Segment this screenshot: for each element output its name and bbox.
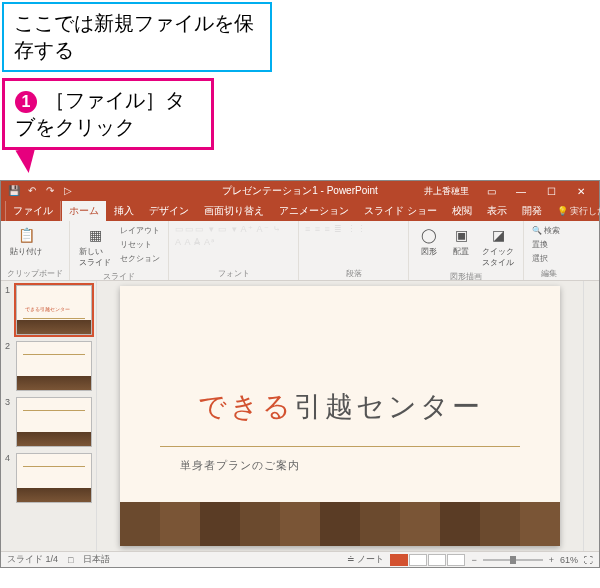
tab-transitions[interactable]: 画面切り替え — [197, 201, 271, 221]
thumb-number: 4 — [5, 453, 13, 503]
zoom-in-button[interactable]: + — [549, 555, 554, 565]
slide-title[interactable]: できる引越センター — [120, 388, 560, 426]
tab-insert[interactable]: 挿入 — [107, 201, 141, 221]
paragraph-controls: ≡ ≡ ≡ ≣ ⋮⋮ — [305, 224, 367, 234]
arrange-button[interactable]: ▣配置 — [447, 224, 475, 258]
spellcheck-icon[interactable]: □ — [68, 555, 73, 565]
thumbnail-slide-1[interactable]: 1 できる引越センター — [5, 285, 92, 335]
fit-to-window-icon[interactable]: ⛶ — [584, 555, 593, 565]
group-font: ▭▭▭ ▾ ▭ ▾ A⁺ A⁻ ⤷ A A A̶ Aᵃ フォント — [169, 221, 299, 280]
thumbnail-slide-3[interactable]: 3 — [5, 397, 92, 447]
tab-review[interactable]: 校閲 — [445, 201, 479, 221]
view-slideshow-icon[interactable] — [447, 554, 465, 566]
tab-developer[interactable]: 開発 — [515, 201, 549, 221]
callout-step-1: 1 ［ファイル］タブをクリック — [2, 78, 214, 150]
callout-context: ここでは新規ファイルを保存する — [2, 2, 272, 72]
group-slides: ▦ 新しい スライド レイアウト リセット セクション スライド — [70, 221, 169, 280]
tell-me-box[interactable]: 💡 実行したい作業を入力してください — [550, 202, 600, 221]
qat-save-icon[interactable]: 💾 — [7, 184, 21, 198]
view-sorter-icon[interactable] — [409, 554, 427, 566]
thumb-number: 1 — [5, 285, 13, 335]
group-drawing: ◯図形 ▣配置 ◪クイック スタイル 図形描画 — [409, 221, 524, 280]
slide-wood-footer — [120, 502, 560, 546]
language-indicator[interactable]: 日本語 — [83, 553, 110, 566]
slide-title-accent: できる — [198, 391, 294, 422]
slide-1[interactable]: できる引越センター 単身者プランのご案内 — [120, 286, 560, 546]
layout-button[interactable]: レイアウト — [118, 224, 162, 237]
group-clipboard-label: クリップボード — [7, 266, 63, 279]
slide-title-rest: 引越センター — [294, 391, 483, 422]
document-title: プレゼンテーション1 - PowerPoint — [222, 184, 378, 198]
tellme-icon: 💡 — [557, 206, 568, 216]
quick-styles-icon: ◪ — [488, 225, 508, 245]
tab-home[interactable]: ホーム — [62, 201, 106, 221]
section-button[interactable]: セクション — [118, 252, 162, 265]
find-label: 検索 — [544, 226, 560, 235]
select-button[interactable]: 選択 — [530, 252, 562, 265]
thumb-number: 3 — [5, 397, 13, 447]
view-normal-icon[interactable] — [390, 554, 408, 566]
group-editing: 🔍 検索 置換 選択 編集 — [524, 221, 574, 280]
maximize-button[interactable]: ☐ — [537, 181, 565, 201]
ribbon-options-icon[interactable]: ▭ — [477, 181, 505, 201]
view-buttons — [390, 554, 465, 566]
qat-startshow-icon[interactable]: ▷ — [61, 184, 75, 198]
callout-pointer — [15, 148, 38, 175]
reset-button[interactable]: リセット — [118, 238, 162, 251]
new-slide-label: 新しい スライド — [79, 246, 111, 268]
group-paragraph-label: 段落 — [305, 266, 402, 279]
qat-undo-icon[interactable]: ↶ — [25, 184, 39, 198]
minimize-button[interactable]: — — [507, 181, 535, 201]
slide-rule-line — [160, 446, 520, 447]
arrange-label: 配置 — [453, 246, 469, 257]
replace-button[interactable]: 置換 — [530, 238, 562, 251]
thumb1-title: できる引越センター — [25, 306, 70, 312]
notes-button[interactable]: ≐ ノート — [347, 553, 385, 566]
group-editing-label: 編集 — [530, 266, 568, 279]
new-slide-button[interactable]: ▦ 新しい スライド — [76, 224, 114, 269]
statusbar: スライド 1/4 □ 日本語 ≐ ノート コメント − + 61% ⛶ — [1, 551, 599, 567]
find-button[interactable]: 🔍 検索 — [530, 224, 562, 237]
ribbon: 📋 貼り付け クリップボード ▦ 新しい スライド レイアウト リセット セクシ… — [1, 221, 599, 281]
group-paragraph: ≡ ≡ ≡ ≣ ⋮⋮ 段落 — [299, 221, 409, 280]
tab-design[interactable]: デザイン — [142, 201, 196, 221]
tab-file[interactable]: ファイル — [5, 200, 61, 221]
quick-styles-label: クイック スタイル — [482, 246, 514, 268]
tab-slideshow[interactable]: スライド ショー — [357, 201, 444, 221]
titlebar: 💾 ↶ ↷ ▷ プレゼンテーション1 - PowerPoint 井上香穂里 ▭ … — [1, 181, 599, 201]
tab-animations[interactable]: アニメーション — [272, 201, 356, 221]
view-reading-icon[interactable] — [428, 554, 446, 566]
slide-thumbnails-pane[interactable]: 1 できる引越センター 2 3 4 — [1, 281, 97, 551]
group-font-label: フォント — [175, 266, 292, 279]
shapes-label: 図形 — [421, 246, 437, 257]
vertical-scrollbar[interactable] — [583, 281, 599, 551]
thumbnail-slide-4[interactable]: 4 — [5, 453, 92, 503]
notes-label: ノート — [357, 554, 384, 564]
close-button[interactable]: ✕ — [567, 181, 595, 201]
thumbnail-slide-2[interactable]: 2 — [5, 341, 92, 391]
font-style-controls: A A A̶ Aᵃ — [175, 237, 216, 247]
paste-icon: 📋 — [16, 225, 36, 245]
new-slide-icon: ▦ — [85, 225, 105, 245]
slide-counter[interactable]: スライド 1/4 — [7, 553, 58, 566]
zoom-out-button[interactable]: − — [471, 555, 476, 565]
arrange-icon: ▣ — [451, 225, 471, 245]
work-area: 1 できる引越センター 2 3 4 できる引越センター 単 — [1, 281, 599, 551]
zoom-slider[interactable] — [483, 559, 543, 561]
slide-subtitle[interactable]: 単身者プランのご案内 — [180, 458, 300, 473]
paste-label: 貼り付け — [10, 246, 42, 257]
shapes-button[interactable]: ◯図形 — [415, 224, 443, 258]
shapes-icon: ◯ — [419, 225, 439, 245]
ribbon-tabs: ファイル ホーム 挿入 デザイン 画面切り替え アニメーション スライド ショー… — [1, 201, 599, 221]
signed-in-user[interactable]: 井上香穂里 — [418, 185, 475, 198]
callout-step-text: ［ファイル］タブをクリック — [15, 89, 185, 138]
quick-styles-button[interactable]: ◪クイック スタイル — [479, 224, 517, 269]
powerpoint-window: 💾 ↶ ↷ ▷ プレゼンテーション1 - PowerPoint 井上香穂里 ▭ … — [0, 180, 600, 568]
tab-view[interactable]: 表示 — [480, 201, 514, 221]
slide-canvas[interactable]: できる引越センター 単身者プランのご案内 — [97, 281, 583, 551]
zoom-percent[interactable]: 61% — [560, 555, 578, 565]
step-number-badge: 1 — [15, 91, 37, 113]
font-controls-disabled: ▭▭▭ ▾ ▭ ▾ A⁺ A⁻ ⤷ — [175, 224, 282, 234]
qat-redo-icon[interactable]: ↷ — [43, 184, 57, 198]
paste-button[interactable]: 📋 貼り付け — [7, 224, 45, 258]
